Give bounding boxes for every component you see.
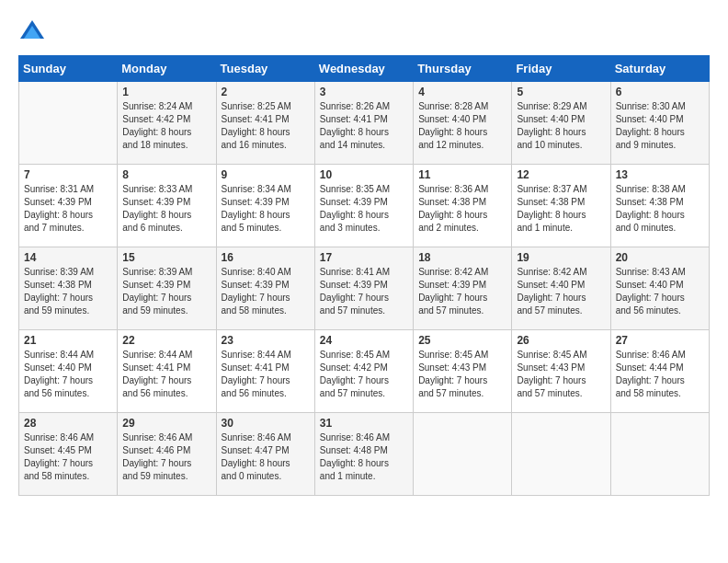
day-number: 27	[616, 334, 704, 347]
day-number: 17	[320, 251, 408, 264]
day-number: 9	[222, 168, 310, 181]
calendar-week-row: 1Sunrise: 8:24 AM Sunset: 4:42 PM Daylig…	[19, 82, 710, 165]
day-info: Sunrise: 8:36 AM Sunset: 4:38 PM Dayligh…	[418, 183, 506, 235]
day-info: Sunrise: 8:34 AM Sunset: 4:39 PM Dayligh…	[222, 183, 310, 235]
day-number: 18	[418, 251, 506, 264]
calendar-cell: 21Sunrise: 8:44 AM Sunset: 4:40 PM Dayli…	[19, 330, 118, 413]
day-number: 13	[616, 168, 704, 181]
weekday-header-cell: Sunday	[19, 56, 118, 82]
day-number: 28	[24, 417, 112, 430]
day-number: 23	[222, 334, 310, 347]
calendar-cell	[610, 413, 709, 496]
calendar-cell: 9Sunrise: 8:34 AM Sunset: 4:39 PM Daylig…	[216, 165, 314, 247]
day-number: 1	[122, 86, 210, 98]
day-number: 7	[24, 168, 112, 181]
day-number: 29	[122, 417, 210, 430]
day-number: 22	[122, 334, 210, 347]
calendar-cell: 25Sunrise: 8:45 AM Sunset: 4:43 PM Dayli…	[414, 330, 512, 413]
day-number: 8	[122, 168, 210, 181]
day-number: 12	[517, 168, 605, 181]
day-number: 2	[222, 86, 310, 98]
day-number: 16	[222, 251, 310, 264]
calendar-cell	[414, 413, 512, 496]
day-info: Sunrise: 8:45 AM Sunset: 4:42 PM Dayligh…	[320, 349, 408, 400]
weekday-header-cell: Tuesday	[216, 56, 314, 82]
day-number: 3	[320, 86, 408, 98]
calendar-cell: 1Sunrise: 8:24 AM Sunset: 4:42 PM Daylig…	[118, 82, 216, 165]
calendar-header: SundayMondayTuesdayWednesdayThursdayFrid…	[19, 56, 710, 82]
day-number: 20	[616, 251, 704, 264]
calendar-cell: 8Sunrise: 8:33 AM Sunset: 4:39 PM Daylig…	[118, 165, 216, 247]
weekday-header-cell: Wednesday	[314, 56, 413, 82]
calendar-week-row: 7Sunrise: 8:31 AM Sunset: 4:39 PM Daylig…	[19, 165, 710, 247]
calendar-cell: 26Sunrise: 8:45 AM Sunset: 4:43 PM Dayli…	[512, 330, 610, 413]
calendar-cell: 27Sunrise: 8:46 AM Sunset: 4:44 PM Dayli…	[610, 330, 709, 413]
calendar-cell: 31Sunrise: 8:46 AM Sunset: 4:48 PM Dayli…	[314, 413, 413, 496]
day-info: Sunrise: 8:41 AM Sunset: 4:39 PM Dayligh…	[320, 266, 408, 317]
calendar-table: SundayMondayTuesdayWednesdayThursdayFrid…	[18, 55, 710, 496]
weekday-header-row: SundayMondayTuesdayWednesdayThursdayFrid…	[19, 56, 710, 82]
day-info: Sunrise: 8:31 AM Sunset: 4:39 PM Dayligh…	[24, 183, 112, 235]
calendar-cell: 10Sunrise: 8:35 AM Sunset: 4:39 PM Dayli…	[314, 165, 413, 247]
day-number: 15	[122, 251, 210, 264]
day-info: Sunrise: 8:46 AM Sunset: 4:45 PM Dayligh…	[24, 431, 112, 483]
day-info: Sunrise: 8:46 AM Sunset: 4:47 PM Dayligh…	[222, 431, 310, 483]
calendar-cell: 12Sunrise: 8:37 AM Sunset: 4:38 PM Dayli…	[512, 165, 610, 247]
page-header	[18, 18, 710, 46]
calendar-cell: 19Sunrise: 8:42 AM Sunset: 4:40 PM Dayli…	[512, 247, 610, 330]
day-info: Sunrise: 8:30 AM Sunset: 4:40 PM Dayligh…	[616, 100, 704, 152]
day-number: 25	[418, 334, 506, 347]
day-info: Sunrise: 8:40 AM Sunset: 4:39 PM Dayligh…	[222, 266, 310, 317]
calendar-cell: 22Sunrise: 8:44 AM Sunset: 4:41 PM Dayli…	[118, 330, 216, 413]
day-info: Sunrise: 8:26 AM Sunset: 4:41 PM Dayligh…	[320, 100, 408, 152]
calendar-week-row: 28Sunrise: 8:46 AM Sunset: 4:45 PM Dayli…	[19, 413, 710, 496]
calendar-cell	[512, 413, 610, 496]
day-info: Sunrise: 8:45 AM Sunset: 4:43 PM Dayligh…	[418, 349, 506, 400]
day-number: 5	[517, 86, 605, 98]
day-info: Sunrise: 8:35 AM Sunset: 4:39 PM Dayligh…	[320, 183, 408, 235]
calendar-cell: 4Sunrise: 8:28 AM Sunset: 4:40 PM Daylig…	[414, 82, 512, 165]
calendar-cell	[19, 82, 118, 165]
day-number: 19	[517, 251, 605, 264]
calendar-cell: 17Sunrise: 8:41 AM Sunset: 4:39 PM Dayli…	[314, 247, 413, 330]
logo	[18, 18, 50, 46]
calendar-cell: 20Sunrise: 8:43 AM Sunset: 4:40 PM Dayli…	[610, 247, 709, 330]
calendar-week-row: 21Sunrise: 8:44 AM Sunset: 4:40 PM Dayli…	[19, 330, 710, 413]
calendar-cell: 14Sunrise: 8:39 AM Sunset: 4:38 PM Dayli…	[19, 247, 118, 330]
calendar-cell: 30Sunrise: 8:46 AM Sunset: 4:47 PM Dayli…	[216, 413, 314, 496]
day-info: Sunrise: 8:39 AM Sunset: 4:39 PM Dayligh…	[122, 266, 210, 317]
day-number: 14	[24, 251, 112, 264]
calendar-cell: 11Sunrise: 8:36 AM Sunset: 4:38 PM Dayli…	[414, 165, 512, 247]
day-number: 24	[320, 334, 408, 347]
weekday-header-cell: Friday	[512, 56, 610, 82]
calendar-cell: 5Sunrise: 8:29 AM Sunset: 4:40 PM Daylig…	[512, 82, 610, 165]
calendar-cell: 7Sunrise: 8:31 AM Sunset: 4:39 PM Daylig…	[19, 165, 118, 247]
day-number: 10	[320, 168, 408, 181]
day-info: Sunrise: 8:45 AM Sunset: 4:43 PM Dayligh…	[517, 349, 605, 400]
day-info: Sunrise: 8:42 AM Sunset: 4:40 PM Dayligh…	[517, 266, 605, 317]
day-info: Sunrise: 8:44 AM Sunset: 4:41 PM Dayligh…	[222, 349, 310, 400]
day-number: 30	[222, 417, 310, 430]
calendar-cell: 3Sunrise: 8:26 AM Sunset: 4:41 PM Daylig…	[314, 82, 413, 165]
day-number: 31	[320, 417, 408, 430]
day-info: Sunrise: 8:44 AM Sunset: 4:41 PM Dayligh…	[122, 349, 210, 400]
calendar-cell: 28Sunrise: 8:46 AM Sunset: 4:45 PM Dayli…	[19, 413, 118, 496]
calendar-cell: 2Sunrise: 8:25 AM Sunset: 4:41 PM Daylig…	[216, 82, 314, 165]
day-number: 21	[24, 334, 112, 347]
day-info: Sunrise: 8:25 AM Sunset: 4:41 PM Dayligh…	[222, 100, 310, 152]
calendar-cell: 24Sunrise: 8:45 AM Sunset: 4:42 PM Dayli…	[314, 330, 413, 413]
logo-icon	[18, 18, 46, 46]
calendar-cell: 6Sunrise: 8:30 AM Sunset: 4:40 PM Daylig…	[610, 82, 709, 165]
calendar-cell: 16Sunrise: 8:40 AM Sunset: 4:39 PM Dayli…	[216, 247, 314, 330]
weekday-header-cell: Monday	[118, 56, 216, 82]
day-number: 26	[517, 334, 605, 347]
calendar-cell: 13Sunrise: 8:38 AM Sunset: 4:38 PM Dayli…	[610, 165, 709, 247]
calendar-cell: 15Sunrise: 8:39 AM Sunset: 4:39 PM Dayli…	[118, 247, 216, 330]
day-info: Sunrise: 8:42 AM Sunset: 4:39 PM Dayligh…	[418, 266, 506, 317]
day-info: Sunrise: 8:46 AM Sunset: 4:48 PM Dayligh…	[320, 431, 408, 483]
calendar-cell: 18Sunrise: 8:42 AM Sunset: 4:39 PM Dayli…	[414, 247, 512, 330]
day-info: Sunrise: 8:39 AM Sunset: 4:38 PM Dayligh…	[24, 266, 112, 317]
day-info: Sunrise: 8:29 AM Sunset: 4:40 PM Dayligh…	[517, 100, 605, 152]
day-info: Sunrise: 8:43 AM Sunset: 4:40 PM Dayligh…	[616, 266, 704, 317]
day-info: Sunrise: 8:28 AM Sunset: 4:40 PM Dayligh…	[418, 100, 506, 152]
